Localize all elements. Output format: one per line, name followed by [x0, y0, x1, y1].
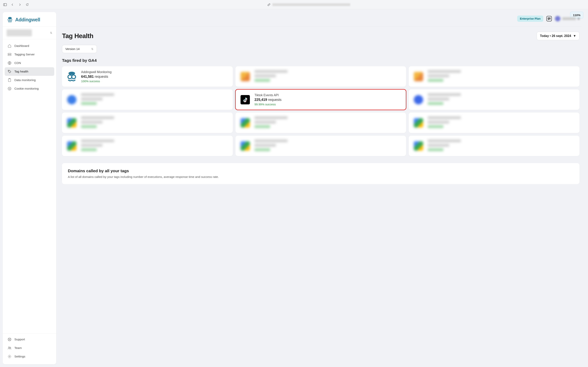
- chat-icon[interactable]: [546, 16, 552, 21]
- svg-point-17: [9, 339, 10, 340]
- tag-card-title: Addingwell Monitoring: [81, 70, 112, 74]
- tag-card-blurred[interactable]: [235, 136, 406, 156]
- svg-point-14: [9, 89, 9, 89]
- clipboard-icon: [7, 78, 12, 82]
- link-icon: [267, 3, 271, 7]
- domains-description: A list of all domains called by your tag…: [68, 175, 574, 179]
- svg-rect-9: [8, 79, 11, 82]
- sidebar-item-label: Tag health: [14, 70, 28, 73]
- date-range-selector[interactable]: Today • 26 sept. 2024 ▼: [537, 32, 580, 40]
- tag-card-blurred[interactable]: [62, 113, 233, 133]
- globe-icon: [7, 61, 12, 65]
- svg-point-24: [68, 72, 75, 75]
- svg-point-23: [549, 18, 550, 19]
- sidebar-item-support[interactable]: Support: [5, 335, 54, 344]
- server-icon: [7, 52, 12, 57]
- svg-point-12: [9, 88, 9, 88]
- svg-point-13: [10, 88, 10, 88]
- tags-grid: Addingwell Monitoring 641,581 requests 1…: [60, 66, 581, 156]
- tag-card-success: 99.99% success: [254, 103, 282, 106]
- svg-point-22: [549, 18, 549, 19]
- sidebar-item-label: Tagging Server: [14, 53, 35, 56]
- tag-card-addingwell[interactable]: Addingwell Monitoring 641,581 requests 1…: [62, 66, 233, 87]
- tag-card-blurred[interactable]: [62, 136, 233, 156]
- sidebar-item-label: Settings: [14, 355, 25, 358]
- tag-card-blurred[interactable]: [409, 66, 580, 87]
- sidebar-item-label: CDN: [14, 61, 21, 65]
- sidebar-item-label: Support: [14, 338, 25, 341]
- sidebar-item-label: Team: [14, 346, 22, 350]
- sidebar-item-data-monitoring[interactable]: Data monitoring: [5, 76, 54, 84]
- address-bar[interactable]: [272, 3, 350, 6]
- brand-name: Addingwell: [15, 17, 40, 23]
- sidebar-item-team[interactable]: Team: [5, 344, 54, 352]
- tag-card-blurred[interactable]: [235, 113, 406, 133]
- main-nav: Dashboard Tagging Server CDN Tag health …: [3, 39, 56, 333]
- svg-point-20: [9, 356, 10, 357]
- sidebar-toggle-icon[interactable]: [3, 3, 7, 7]
- svg-point-19: [10, 347, 11, 348]
- svg-point-21: [548, 18, 549, 19]
- chevron-updown-icon: ⇅: [91, 47, 93, 50]
- sidebar-item-cookie-monitoring[interactable]: Cookie monitoring: [5, 84, 54, 93]
- gear-icon: [7, 354, 12, 359]
- sidebar-item-label: Dashboard: [14, 44, 29, 48]
- svg-point-25: [68, 75, 72, 79]
- addingwell-logo-icon: [7, 16, 13, 23]
- user-menu[interactable]: ▾: [555, 16, 580, 21]
- sidebar-item-label: Cookie monitoring: [14, 87, 39, 90]
- sidebar-item-dashboard[interactable]: Dashboard: [5, 42, 54, 50]
- page-title: Tag Health: [62, 32, 93, 40]
- tiktok-icon: [241, 95, 250, 104]
- svg-point-15: [10, 89, 10, 89]
- svg-point-8: [9, 71, 9, 71]
- tag-card-requests: 641,581 requests: [81, 75, 112, 79]
- tag-card-requests: 225,419 requests: [254, 98, 282, 102]
- sidebar-item-tagging-server[interactable]: Tagging Server: [5, 50, 54, 59]
- svg-point-26: [72, 75, 76, 79]
- account-selector[interactable]: ⇅: [3, 26, 56, 39]
- svg-rect-0: [3, 3, 7, 6]
- reload-icon[interactable]: [25, 3, 29, 7]
- section-title: Tags fired by GA4: [62, 58, 580, 63]
- domains-title: Domains called by all your tags: [68, 168, 574, 173]
- team-icon: [7, 346, 12, 350]
- tag-icon: [7, 69, 12, 74]
- chevron-updown-icon: ⇅: [50, 31, 52, 34]
- sidebar-bottom: Support Team Settings: [3, 333, 56, 364]
- tag-card-blurred[interactable]: [235, 66, 406, 87]
- caret-down-icon: ▼: [573, 34, 576, 38]
- main-content: Enterprise Plan ▾ Tag Health Today • 26 …: [56, 12, 585, 364]
- browser-toolbar: [0, 0, 588, 9]
- sidebar-item-label: Data monitoring: [14, 78, 36, 82]
- tag-card-blurred[interactable]: [409, 136, 580, 156]
- svg-point-11: [8, 87, 11, 90]
- tag-card-tiktok[interactable]: Tiktok Events API 225,419 requests 99.99…: [235, 89, 406, 110]
- cookie-icon: [7, 86, 12, 91]
- plan-badge[interactable]: Enterprise Plan: [517, 16, 543, 22]
- forward-icon[interactable]: [18, 3, 22, 7]
- domains-panel: Domains called by all your tags A list o…: [62, 163, 580, 184]
- svg-point-18: [8, 347, 9, 348]
- svg-point-4: [10, 19, 12, 21]
- topbar: Enterprise Plan ▾: [60, 12, 581, 27]
- sidebar-item-settings[interactable]: Settings: [5, 352, 54, 361]
- tag-card-title: Tiktok Events API: [254, 93, 282, 97]
- chevron-down-icon: ▾: [578, 17, 580, 21]
- lifebuoy-icon: [7, 337, 12, 342]
- svg-rect-6: [8, 55, 11, 56]
- back-icon[interactable]: [10, 3, 14, 7]
- tag-card-blurred[interactable]: [409, 113, 580, 133]
- sidebar-item-cdn[interactable]: CDN: [5, 59, 54, 67]
- addingwell-icon: [66, 71, 77, 82]
- version-selector[interactable]: Version 14 ⇅: [62, 45, 97, 53]
- home-icon: [7, 44, 12, 48]
- tag-card-success: 100% success: [81, 80, 112, 83]
- tag-card-blurred[interactable]: [409, 89, 580, 110]
- avatar: [555, 16, 560, 21]
- brand-logo[interactable]: Addingwell: [3, 12, 56, 26]
- svg-rect-5: [8, 53, 11, 54]
- tag-card-blurred[interactable]: [62, 89, 233, 110]
- sidebar-item-tag-health[interactable]: Tag health: [5, 67, 54, 76]
- sidebar: Addingwell ⇅ Dashboard Tagging Server CD…: [3, 12, 56, 364]
